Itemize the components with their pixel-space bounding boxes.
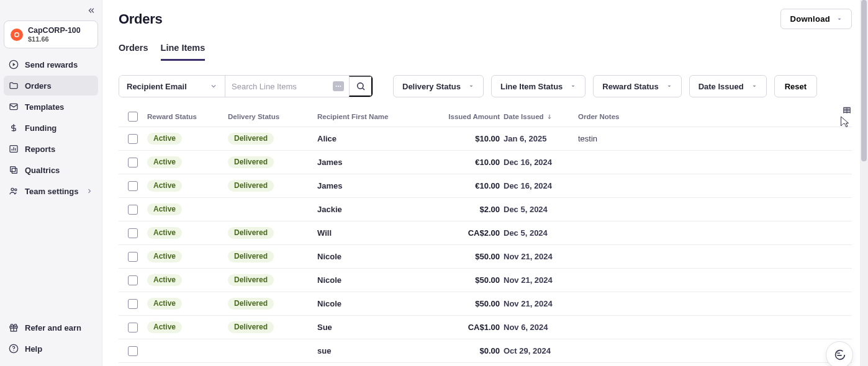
cell-issued-amount: $2.00 — [441, 205, 504, 214]
help-launcher[interactable] — [826, 341, 853, 366]
cell-recipient-name: Alice — [317, 134, 441, 143]
cell-issued-amount: $0.00 — [441, 346, 504, 355]
cell-issued-amount: €10.00 — [441, 158, 504, 167]
th-order-notes[interactable]: Order Notes — [578, 113, 827, 120]
row-checkbox[interactable] — [128, 205, 138, 215]
sidebar-item-funding[interactable]: Funding — [4, 118, 98, 138]
filter-label: Reward Status — [602, 82, 658, 91]
table-row[interactable]: sue$0.00Oct 29, 2024 — [119, 339, 852, 363]
reset-button[interactable]: Reset — [774, 75, 817, 97]
table-row[interactable]: ActiveDeliveredJames€10.00Dec 16, 2024 — [119, 151, 852, 174]
scrollbar-thumb[interactable] — [861, 0, 867, 161]
cell-recipient-name: Nicole — [317, 275, 441, 285]
play-icon — [9, 60, 19, 69]
row-checkbox[interactable] — [128, 275, 138, 285]
chat-icon — [833, 348, 846, 362]
svg-rect-4 — [11, 167, 16, 172]
row-checkbox[interactable] — [128, 181, 138, 191]
th-recipient-first-name[interactable]: Recipient First Name — [317, 113, 441, 120]
row-checkbox[interactable] — [128, 228, 138, 238]
sidebar-item-label: Team settings — [25, 187, 79, 196]
filter-date-issued[interactable]: Date Issued — [689, 75, 767, 97]
th-reward-status[interactable]: Reward Status — [147, 113, 228, 120]
table-row[interactable]: ActiveDeliveredNicole$50.00Nov 21, 2024 — [119, 269, 852, 292]
mail-icon — [9, 102, 19, 112]
tab-line-items[interactable]: Line Items — [161, 43, 206, 61]
download-button[interactable]: Download — [780, 9, 852, 29]
collapse-sidebar-button[interactable] — [87, 6, 96, 17]
caret-down-icon — [666, 83, 672, 89]
caret-down-icon — [751, 83, 757, 89]
cell-delivery-status: Delivered — [228, 227, 317, 239]
search-segment: Recipient Email — [119, 75, 373, 97]
sidebar-item-label: Reports — [25, 145, 93, 154]
search-button[interactable] — [349, 76, 373, 97]
sidebar-item-qualtrics[interactable]: Qualtrics — [4, 160, 98, 180]
select-all-checkbox[interactable] — [128, 112, 138, 122]
cell-date-issued: Nov 21, 2024 — [504, 275, 578, 285]
cell-recipient-name: sue — [317, 346, 441, 355]
org-switcher[interactable]: CapCORP-100 $11.66 — [4, 20, 98, 48]
svg-point-14 — [340, 86, 341, 87]
cell-recipient-name: Nicole — [317, 299, 441, 308]
sidebar-item-templates[interactable]: Templates — [4, 97, 98, 117]
search-input[interactable] — [232, 82, 343, 91]
th-issued-amount[interactable]: Issued Amount — [441, 113, 504, 120]
sidebar-item-label: Send rewards — [25, 60, 93, 69]
cell-date-issued: Oct 29, 2024 — [504, 346, 578, 355]
table-row[interactable]: ActiveJackie$2.00Dec 5, 2024 — [119, 198, 852, 221]
cell-issued-amount: $50.00 — [441, 299, 504, 308]
cell-reward-status: Active — [147, 298, 228, 310]
cell-recipient-name: Nicole — [317, 252, 441, 261]
filter-line-item-status[interactable]: Line Item Status — [491, 75, 585, 97]
caret-down-icon — [468, 83, 474, 89]
users-icon — [9, 186, 19, 196]
chevron-double-left-icon — [87, 6, 96, 15]
table-row[interactable]: ActiveDeliveredAlice$10.00Jan 6, 2025tes… — [119, 127, 852, 151]
sidebar-item-refer[interactable]: Refer and earn — [4, 318, 98, 337]
row-checkbox[interactable] — [128, 158, 138, 167]
sidebar-item-team-settings[interactable]: Team settings — [4, 181, 98, 201]
row-checkbox[interactable] — [128, 346, 138, 356]
th-date-issued[interactable]: Date Issued — [504, 113, 578, 120]
table-row[interactable]: ActiveDeliveredNicole$50.00Nov 21, 2024 — [119, 292, 852, 316]
row-checkbox[interactable] — [128, 134, 138, 144]
sidebar-nav: Send rewards Orders Templates Funding Re… — [4, 55, 98, 201]
dollar-icon — [9, 123, 19, 133]
cell-recipient-name: James — [317, 158, 441, 167]
table-row[interactable]: ActiveDeliveredJames€10.00Dec 16, 2024 — [119, 174, 852, 198]
cell-delivery-status: Delivered — [228, 251, 317, 262]
table-row[interactable]: ActiveDeliveredNicole$50.00Nov 21, 2024 — [119, 245, 852, 269]
cell-issued-amount: $50.00 — [441, 275, 504, 285]
scrollbar[interactable] — [860, 0, 868, 366]
org-name: CapCORP-100 — [28, 26, 81, 35]
row-checkbox[interactable] — [128, 299, 138, 309]
sidebar-item-reports[interactable]: Reports — [4, 139, 98, 159]
filter-reward-status[interactable]: Reward Status — [593, 75, 681, 97]
org-logo-icon — [11, 29, 23, 41]
sidebar-item-send-rewards[interactable]: Send rewards — [4, 55, 98, 74]
row-checkbox[interactable] — [128, 252, 138, 262]
th-delivery-status[interactable]: Delivery Status — [228, 113, 317, 120]
filter-label: Date Issued — [698, 82, 744, 91]
table-row[interactable]: ActiveDeliveredSueCA$1.00Nov 6, 2024 — [119, 316, 852, 339]
sidebar-item-label: Templates — [25, 102, 93, 112]
table-row[interactable]: ActiveDeliveredWillCA$2.00Dec 5, 2024 — [119, 221, 852, 245]
stack-icon — [9, 165, 19, 175]
cell-issued-amount: $10.00 — [441, 134, 504, 143]
org-balance: $11.66 — [28, 35, 81, 43]
sidebar-item-help[interactable]: Help — [4, 339, 98, 359]
svg-rect-5 — [12, 168, 17, 173]
cell-order-notes: testin — [578, 134, 827, 143]
row-checkbox[interactable] — [128, 323, 138, 333]
cell-delivery-status: Delivered — [228, 156, 317, 168]
tab-orders[interactable]: Orders — [119, 43, 148, 61]
cell-recipient-name: Will — [317, 228, 441, 238]
search-type-select[interactable]: Recipient Email — [119, 76, 225, 97]
cell-date-issued: Nov 21, 2024 — [504, 299, 578, 308]
sidebar-item-orders[interactable]: Orders — [4, 76, 98, 96]
svg-point-15 — [357, 83, 363, 89]
column-settings-button[interactable] — [842, 105, 852, 117]
line-items-table: Reward Status Delivery Status Recipient … — [119, 106, 852, 363]
filter-delivery-status[interactable]: Delivery Status — [393, 75, 484, 97]
